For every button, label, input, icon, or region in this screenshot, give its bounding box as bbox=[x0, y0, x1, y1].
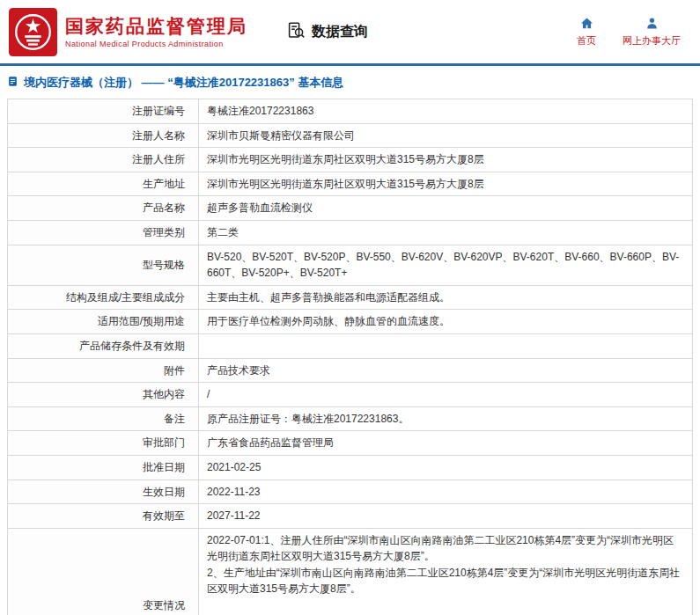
breadcrumb: 境内医疗器械（注册） —— “粤械注准20172231863” 基本信息 bbox=[0, 66, 700, 99]
nav-service-hall-label: 网上办事大厅 bbox=[623, 34, 681, 48]
row-value bbox=[199, 333, 693, 358]
table-row: 结构及组成/主要组成成分 主要由主机、超声多普勒换能器和电源适配器组成。 bbox=[8, 285, 693, 310]
org-names: 国家药品监督管理局 National Medical Products Admi… bbox=[65, 15, 247, 48]
table-row: 产品名称 超声多普勒血流检测仪 bbox=[8, 196, 693, 221]
row-value: 深圳市光明区光明街道东周社区双明大道315号易方大厦8层 bbox=[199, 172, 693, 196]
page-title: 境内医疗器械（注册） —— “粤械注准20172231863” 基本信息 bbox=[24, 75, 343, 91]
document-icon bbox=[7, 76, 18, 90]
org-name-en: National Medical Products Administration bbox=[65, 40, 247, 48]
national-emblem-icon bbox=[9, 8, 57, 56]
table-row: 产品储存条件及有效期 bbox=[8, 333, 693, 358]
data-query-label: 数据查询 bbox=[312, 23, 368, 41]
data-query-icon bbox=[287, 21, 306, 43]
table-row: 其他内容 / bbox=[8, 383, 693, 407]
page-header: 国家药品监督管理局 National Medical Products Admi… bbox=[0, 0, 700, 66]
table-row: 备注 原产品注册证号：粤械注准20172231863。 bbox=[8, 406, 693, 431]
table-row: 生产地址 深圳市光明区光明街道东周社区双明大道315号易方大厦8层 bbox=[8, 172, 693, 196]
person-icon bbox=[645, 17, 659, 32]
row-value: 2022-07-01:1、注册人住所由“深圳市南山区向南路南油第二工业区210栋… bbox=[199, 528, 693, 615]
row-label: 产品储存条件及有效期 bbox=[8, 333, 199, 358]
row-label: 型号规格 bbox=[8, 245, 199, 285]
row-value: 广东省食品药品监督管理局 bbox=[199, 431, 693, 456]
nav-home[interactable]: 首页 bbox=[577, 17, 596, 48]
row-label: 产品名称 bbox=[8, 196, 199, 221]
table-row-change-history: 变更情况 2022-07-01:1、注册人住所由“深圳市南山区向南路南油第二工业… bbox=[8, 528, 693, 615]
row-label: 生产地址 bbox=[8, 172, 199, 196]
registration-info-table: 注册证编号 粤械注准20172231863 注册人名称 深圳市贝斯曼精密仪器有限… bbox=[7, 99, 693, 615]
row-value: / bbox=[199, 383, 693, 407]
row-label: 结构及组成/主要组成成分 bbox=[8, 285, 199, 310]
data-query-tab[interactable]: 数据查询 bbox=[287, 21, 368, 43]
row-label: 生效日期 bbox=[8, 480, 199, 504]
row-value: 主要由主机、超声多普勒换能器和电源适配器组成。 bbox=[199, 285, 693, 310]
table-row: 注册人住所 深圳市光明区光明街道东周社区双明大道315号易方大厦8层 bbox=[8, 148, 693, 172]
table-row: 适用范围/预期用途 用于医疗单位检测外周动脉、静脉血管的血流速度。 bbox=[8, 310, 693, 334]
row-label: 注册人名称 bbox=[8, 123, 199, 148]
table-row: 有效期至 2027-11-22 bbox=[8, 504, 693, 529]
table-row: 注册证编号 粤械注准20172231863 bbox=[8, 99, 693, 124]
row-label: 管理类别 bbox=[8, 220, 199, 245]
row-label: 适用范围/预期用途 bbox=[8, 310, 199, 334]
table-row: 批准日期 2021-02-25 bbox=[8, 455, 693, 480]
row-label: 注册证编号 bbox=[8, 99, 199, 124]
row-value: 深圳市光明区光明街道东周社区双明大道315号易方大厦8层 bbox=[199, 148, 693, 172]
row-value: 超声多普勒血流检测仪 bbox=[199, 196, 693, 221]
row-label: 备注 bbox=[8, 406, 199, 431]
row-value: 2022-11-23 bbox=[199, 480, 693, 504]
row-label: 批准日期 bbox=[8, 455, 199, 480]
top-nav: 首页 网上办事大厅 bbox=[577, 17, 681, 48]
row-value: 粤械注准20172231863 bbox=[199, 99, 693, 124]
row-value: BV-520、BV-520T、BV-520P、BV-550、BV-620V、BV… bbox=[199, 245, 693, 285]
table-row: 注册人名称 深圳市贝斯曼精密仪器有限公司 bbox=[8, 123, 693, 148]
home-icon bbox=[580, 17, 593, 32]
site-logo[interactable]: 国家药品监督管理局 National Medical Products Admi… bbox=[9, 8, 247, 56]
nav-service-hall[interactable]: 网上办事大厅 bbox=[623, 17, 681, 48]
row-label: 注册人住所 bbox=[8, 148, 199, 172]
row-value: 2027-11-22 bbox=[199, 504, 693, 529]
row-value: 2021-02-25 bbox=[199, 455, 693, 480]
row-value: 原产品注册证号：粤械注准20172231863。 bbox=[199, 406, 693, 431]
row-label: 附件 bbox=[8, 358, 199, 383]
row-value: 用于医疗单位检测外周动脉、静脉血管的血流速度。 bbox=[199, 310, 693, 334]
table-row: 型号规格 BV-520、BV-520T、BV-520P、BV-550、BV-62… bbox=[8, 245, 693, 285]
nav-home-label: 首页 bbox=[577, 34, 596, 48]
row-label: 有效期至 bbox=[8, 504, 199, 529]
table-row: 附件 产品技术要求 bbox=[8, 358, 693, 383]
row-label: 其他内容 bbox=[8, 383, 199, 407]
table-row: 生效日期 2022-11-23 bbox=[8, 480, 693, 504]
table-row: 管理类别 第二类 bbox=[8, 220, 693, 245]
row-value: 第二类 bbox=[199, 220, 693, 245]
table-row: 审批部门 广东省食品药品监督管理局 bbox=[8, 431, 693, 456]
row-value: 深圳市贝斯曼精密仪器有限公司 bbox=[199, 123, 693, 148]
row-label: 变更情况 bbox=[8, 528, 199, 615]
org-name-cn: 国家药品监督管理局 bbox=[65, 15, 247, 38]
row-label: 审批部门 bbox=[8, 431, 199, 456]
row-value: 产品技术要求 bbox=[199, 358, 693, 383]
